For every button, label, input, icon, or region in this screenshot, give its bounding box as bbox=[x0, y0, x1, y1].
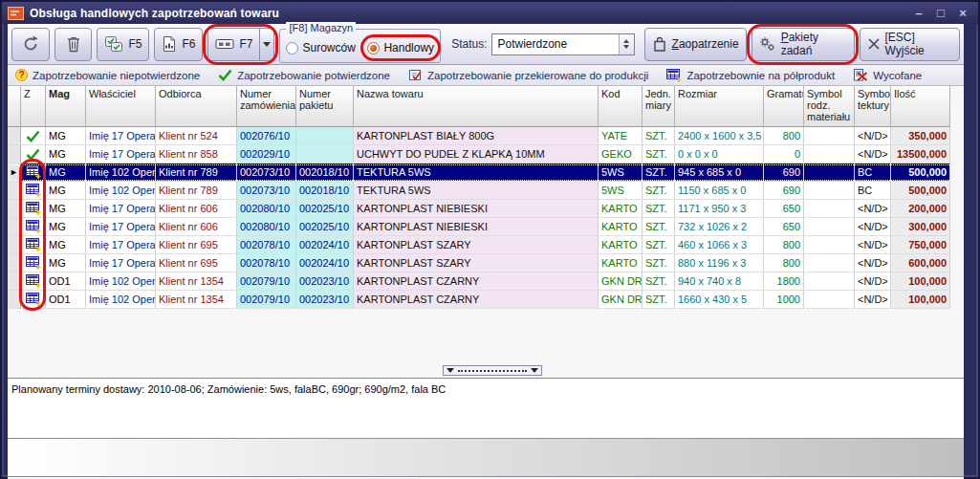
column-header-symbol_rodz[interactable]: Symbol rodz. materiału bbox=[804, 86, 855, 127]
cell-symbol_tektury: <N/D> bbox=[855, 291, 891, 309]
cell-z bbox=[21, 272, 46, 291]
cell-wlasciciel: Imię 17 Operat bbox=[86, 254, 156, 272]
cell-wlasciciel: Imię 102 Opera bbox=[86, 291, 156, 309]
cell-symbol_rodz bbox=[804, 182, 855, 200]
cell-kod: KARTO bbox=[599, 218, 642, 236]
cell-numer_zamowienia: 002078/10 bbox=[237, 236, 296, 254]
column-header-mag[interactable]: Mag bbox=[46, 86, 86, 127]
toolbar: F5 F6 F7 [F8] Magazyn bbox=[8, 24, 964, 65]
zaopatrzenie-button[interactable]: Zaopatrzenie bbox=[644, 28, 747, 61]
column-header-jedn[interactable]: Jedn. miary bbox=[642, 86, 675, 127]
row-indicator-cell bbox=[8, 236, 21, 254]
cell-rozmiar: 1150 x 685 x 0 bbox=[675, 182, 764, 200]
column-header-odbiorca[interactable]: Odbiorca bbox=[156, 86, 237, 127]
column-header-kod[interactable]: Kod bbox=[599, 86, 642, 127]
cell-ilosc: 350,000 bbox=[891, 127, 950, 145]
handlowy-radio[interactable]: Handlowy bbox=[367, 41, 434, 54]
refresh-button[interactable] bbox=[11, 28, 50, 61]
cell-gramatura: 690 bbox=[764, 163, 804, 182]
column-header-gramatura[interactable]: Gramatura bbox=[764, 86, 804, 127]
cell-nazwa: KARTONPLAST CZARNY bbox=[354, 272, 599, 291]
cell-odbiorca: Klient nr 789 bbox=[156, 163, 237, 182]
cell-mag: MG bbox=[46, 163, 86, 182]
grid-splitter[interactable] bbox=[443, 365, 542, 376]
column-header-symbol_tektury[interactable]: Symbol tektury bbox=[855, 86, 891, 127]
cell-symbol_rodz bbox=[804, 163, 855, 182]
cell-odbiorca: Klient nr 1354 bbox=[156, 272, 237, 291]
cell-kod: 5WS bbox=[599, 163, 642, 182]
cell-numer_zamowienia: 002076/10 bbox=[237, 127, 296, 145]
table-row[interactable]: MGImię 17 OperatKlient nr 695002078/1000… bbox=[8, 254, 964, 272]
delete-button[interactable] bbox=[54, 28, 93, 61]
cell-symbol_tektury: <N/D> bbox=[855, 254, 891, 272]
column-header-numer_zamowienia[interactable]: Numer zamówienia bbox=[237, 86, 296, 127]
cell-symbol_tektury: <N/D> bbox=[855, 127, 891, 145]
table-row[interactable]: MGImię 17 OperatKlient nr 606002080/1000… bbox=[8, 218, 964, 236]
table-row[interactable]: MGImię 102 OperaKlient nr 789002073/1000… bbox=[8, 182, 964, 200]
grid-area: ZMagWłaścicielOdbiorcaNumer zamówieniaNu… bbox=[8, 86, 964, 378]
column-header-wlasciciel[interactable]: Właściciel bbox=[86, 86, 156, 127]
titlebar[interactable]: Obsługa handlowych zapotrzebowań towaru … bbox=[2, 2, 978, 24]
cell-jedn: SZT. bbox=[642, 291, 675, 309]
table-row[interactable]: MGImię 17 OperatKlient nr 695002078/1000… bbox=[8, 236, 964, 254]
surowcow-radio[interactable]: Surowców bbox=[286, 41, 355, 54]
cell-symbol_rodz bbox=[804, 236, 855, 254]
legend-item: Zapotrzebowanie przekierowane do produkc… bbox=[408, 69, 648, 81]
cell-numer_zamowienia: 002078/10 bbox=[237, 254, 296, 272]
bag-icon bbox=[652, 35, 667, 53]
cell-kod: GKN DRI bbox=[599, 291, 642, 309]
status-label: Status: bbox=[451, 37, 487, 51]
redirect-icon bbox=[408, 69, 423, 81]
status-spinner[interactable] bbox=[619, 34, 634, 54]
cell-symbol_rodz bbox=[804, 127, 855, 145]
cell-kod: GEKO bbox=[599, 145, 642, 163]
cell-kod: KARTO bbox=[599, 236, 642, 254]
halfproduct-icon bbox=[26, 293, 41, 306]
withdrawn-icon bbox=[853, 69, 868, 81]
row-indicator-cell bbox=[8, 127, 21, 145]
status-combobox[interactable]: Potwierdzone bbox=[491, 33, 634, 55]
cell-ilosc: 500,000 bbox=[891, 182, 950, 200]
table-row[interactable]: OD1Imię 102 OperaKlient nr 1354002079/10… bbox=[8, 291, 964, 309]
f5-label: F5 bbox=[128, 37, 142, 51]
cell-symbol_rodz bbox=[804, 272, 855, 291]
check-icon bbox=[218, 69, 232, 81]
cell-numer_zamowienia: 002080/10 bbox=[237, 218, 296, 236]
column-header-rozmiar[interactable]: Rozmiar bbox=[675, 86, 764, 127]
cell-numer_pakietu: 002024/10 bbox=[296, 236, 354, 254]
cell-symbol_rodz bbox=[804, 218, 855, 236]
report-f6-button[interactable]: F6 bbox=[154, 28, 203, 61]
pakiety-zadan-button[interactable]: Pakiety zadań bbox=[751, 28, 855, 61]
halfproduct-icon bbox=[26, 220, 41, 233]
cell-nazwa: UCHWYT DO PUDEŁ Z KLAPKĄ 10MM bbox=[354, 145, 599, 163]
cell-symbol_tektury: <N/D> bbox=[855, 236, 891, 254]
table-row[interactable]: ►MGImię 102 OperaKlient nr 789002073/100… bbox=[8, 163, 964, 182]
confirm-f5-button[interactable]: F5 bbox=[97, 28, 149, 61]
pakiety-zadan-label: Pakiety zadań bbox=[781, 31, 847, 57]
table-row[interactable]: MGImię 17 OperatKlient nr 524002076/10KA… bbox=[8, 127, 964, 145]
content-area: F5 F6 F7 [F8] Magazyn bbox=[8, 24, 964, 471]
table-row[interactable]: OD1Imię 102 OperaKlient nr 1354002079/10… bbox=[8, 272, 964, 291]
wyjscie-button[interactable]: [ESC] Wyjście bbox=[860, 28, 960, 61]
cell-mag: OD1 bbox=[46, 291, 86, 309]
table-row[interactable]: MGImię 17 OperatKlient nr 858002029/10UC… bbox=[8, 145, 964, 163]
column-header-nazwa[interactable]: Nazwa towaru bbox=[354, 86, 599, 127]
column-header-ilosc[interactable]: Ilość bbox=[891, 86, 950, 127]
maximize-button[interactable]: □ bbox=[931, 5, 950, 21]
cell-wlasciciel: Imię 17 Operat bbox=[86, 145, 156, 163]
cell-symbol_rodz bbox=[804, 145, 855, 163]
column-header-numer_pakietu[interactable]: Numer pakietu bbox=[296, 86, 354, 127]
cell-gramatura: 1800 bbox=[764, 272, 804, 291]
table-row[interactable]: MGImię 17 OperatKlient nr 606002080/1000… bbox=[8, 200, 964, 218]
cell-jedn: SZT. bbox=[642, 182, 675, 200]
f7-button[interactable]: F7 bbox=[207, 28, 260, 61]
column-header-z[interactable]: Z bbox=[21, 86, 46, 127]
gears-icon bbox=[759, 36, 776, 53]
table-header: ZMagWłaścicielOdbiorcaNumer zamówieniaNu… bbox=[8, 86, 964, 127]
f7-dropdown-arrow[interactable] bbox=[260, 28, 274, 61]
minimize-button[interactable]: – bbox=[909, 5, 928, 21]
cell-gramatura: 800 bbox=[764, 127, 804, 145]
row-indicator-cell bbox=[8, 218, 21, 236]
surowcow-label: Surowców bbox=[302, 41, 355, 54]
close-button[interactable]: × bbox=[953, 5, 972, 21]
